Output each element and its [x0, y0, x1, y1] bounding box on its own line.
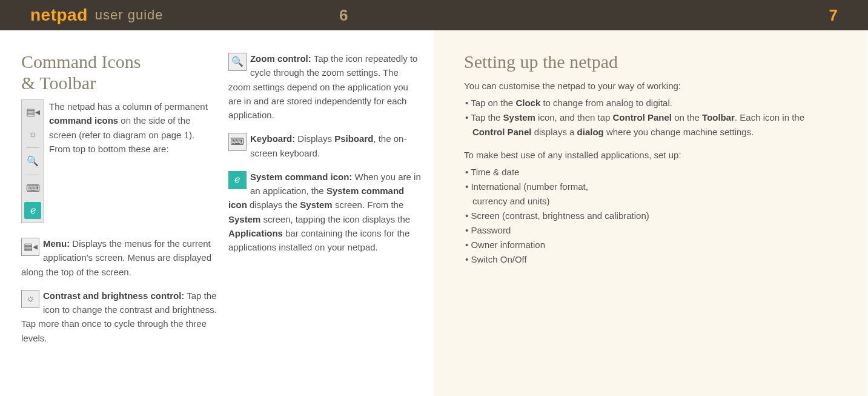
bold-text: System: [300, 200, 332, 210]
content-area: Command Icons & Toolbar ▤◂ ☼ 🔍 ⌨ ℯ The n…: [0, 30, 868, 396]
column-1: Command Icons & Toolbar ▤◂ ☼ 🔍 ⌨ ℯ The n…: [21, 52, 217, 384]
setup-list: Time & date International (number format…: [464, 165, 837, 267]
text: . Each icon in the: [735, 112, 804, 122]
section-title-right: Setting up the netpad: [464, 52, 837, 73]
bold-text: Applications: [228, 228, 283, 238]
text: The netpad has a column of permanent: [49, 101, 208, 112]
page-number-right: 7: [829, 6, 838, 25]
text: displays a: [532, 127, 577, 137]
title-line2: & Toolbar: [21, 73, 96, 93]
page-number-left: 6: [339, 6, 348, 25]
bold-text: Clock: [515, 98, 540, 108]
command-icon-strip: ▤◂ ☼ 🔍 ⌨ ℯ: [21, 99, 44, 223]
intro-paragraph: The netpad has a column of permanent com…: [21, 99, 217, 223]
bold-text: System: [503, 112, 535, 122]
text: Displays: [295, 133, 334, 144]
right-page: Setting up the netpad You can customise …: [434, 30, 867, 396]
title-line1: Command Icons: [21, 52, 141, 72]
bold-text: Toolbar: [702, 112, 735, 122]
header-bar: netpad user guide 6 7: [0, 0, 868, 30]
menu-paragraph: ▤◂ Menu: Displays the menus for the curr…: [21, 237, 217, 279]
list-item: Tap the System icon, and then tap Contro…: [464, 110, 837, 139]
keyboard-icon: ⌨: [24, 180, 41, 197]
contrast-paragraph: ☼ Contrast and brightness control: Tap t…: [21, 289, 217, 345]
bold-text: Control Panel: [613, 112, 672, 122]
divider: [26, 175, 39, 175]
text: on the: [672, 112, 702, 122]
text: icon, and then tap: [535, 112, 613, 122]
keyboard-icon: ⌨: [228, 133, 247, 151]
text: screen. From the: [333, 200, 404, 210]
list-item: Screen (contrast, brightness and calibra…: [464, 209, 837, 223]
label: System command icon:: [250, 172, 352, 182]
text: where you change machine settings.: [604, 127, 754, 137]
guide-label: user guide: [95, 7, 164, 23]
bold-text: command icons: [49, 115, 118, 126]
menu-icon: ▤◂: [24, 104, 41, 121]
zoom-icon: 🔍: [24, 153, 41, 170]
intro-text: You can customise the netpad to your way…: [464, 79, 837, 93]
divider: [26, 147, 39, 148]
list-item: Owner information: [464, 238, 837, 252]
zoom-paragraph: 🔍 Zoom control: Tap the icon repeatedly …: [228, 52, 422, 122]
brightness-icon: ☼: [24, 126, 41, 143]
text: currency and units): [465, 194, 837, 209]
text: Tap on the: [471, 98, 515, 108]
text: to change from analog to digital.: [540, 98, 672, 108]
label: Keyboard:: [250, 133, 295, 144]
bold-text: Control Panel: [472, 127, 532, 137]
list-item: Switch On/Off: [464, 252, 837, 267]
list-item: Time & date: [464, 165, 837, 180]
list-item: Password: [464, 223, 837, 238]
keyboard-paragraph: ⌨ Keyboard: Displays Psiboard, the on-sc…: [228, 132, 422, 160]
text: Tap the: [471, 112, 503, 122]
menu-icon: ▤◂: [21, 238, 39, 256]
bold-text: dialog: [577, 127, 604, 137]
label: Contrast and brightness control:: [43, 290, 184, 301]
system-icon: ℯ: [228, 171, 247, 189]
label: Menu:: [43, 238, 70, 249]
brand-text: netpad: [30, 5, 88, 25]
bold-text: Psiboard: [334, 133, 373, 144]
zoom-icon: 🔍: [228, 53, 247, 71]
text: Tap more than once to cycle through the …: [21, 318, 207, 343]
text: International (number format,: [471, 181, 588, 192]
list-item: Tap on the Clock to change from analog t…: [464, 96, 837, 110]
left-page: Command Icons & Toolbar ▤◂ ☼ 🔍 ⌨ ℯ The n…: [0, 30, 434, 396]
brightness-icon: ☼: [21, 290, 39, 308]
section-title-left: Command Icons & Toolbar: [21, 52, 217, 93]
setup-intro: To make best use of any installed applic…: [464, 148, 837, 163]
system-icon: ℯ: [24, 202, 41, 219]
system-paragraph: ℯ System command icon: When you are in a…: [228, 170, 422, 255]
customise-list: Tap on the Clock to change from analog t…: [464, 96, 837, 139]
text: displays the: [247, 200, 300, 210]
label: Zoom control:: [250, 53, 311, 64]
bold-text: System: [228, 214, 260, 224]
column-2: 🔍 Zoom control: Tap the icon repeatedly …: [228, 52, 422, 384]
list-item: International (number format,currency an…: [464, 180, 837, 209]
text: screen, tapping the icon displays the: [260, 214, 410, 224]
